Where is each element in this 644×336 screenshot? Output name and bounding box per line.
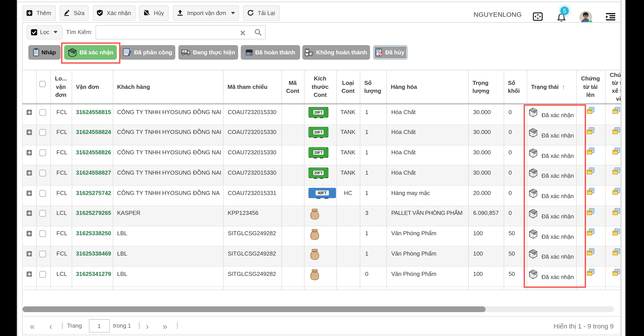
svg-text:40FT: 40FT bbox=[318, 190, 327, 195]
svg-text:20FT: 20FT bbox=[314, 130, 323, 134]
svg-text:20FT: 20FT bbox=[314, 110, 323, 114]
svg-text:20FT: 20FT bbox=[314, 151, 323, 155]
svg-text:20FT: 20FT bbox=[314, 171, 323, 175]
